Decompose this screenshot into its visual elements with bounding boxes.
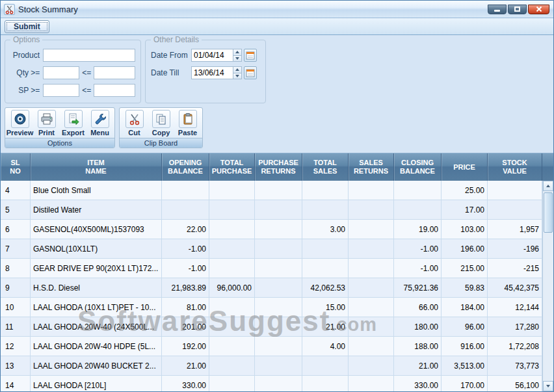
column-header-price[interactable]: PRICE (442, 153, 488, 181)
table-cell: 180.00 (394, 317, 442, 337)
date-from-input[interactable] (192, 49, 233, 61)
submit-button[interactable]: Submit (5, 20, 49, 33)
table-cell: 170.00 (442, 376, 488, 391)
table-cell: 4 (1, 181, 31, 200)
date-from-spinner (233, 49, 241, 61)
minimize-button[interactable] (488, 5, 507, 14)
table-cell (255, 278, 302, 298)
table-cell: -1.00 (394, 259, 442, 278)
spin-down-button[interactable] (233, 73, 241, 79)
table-cell (488, 181, 542, 200)
column-header-total-purchase[interactable]: TOTALPURCHASE (209, 153, 255, 181)
column-header-sl-no[interactable]: SLNO (1, 153, 31, 181)
table-cell: 17,280 (488, 317, 542, 337)
date-till-input[interactable] (192, 67, 233, 79)
table-row[interactable]: 8GEAR DRIVE EP 90(20X1 LT)172...-1.00-1.… (1, 259, 542, 278)
close-button[interactable] (528, 5, 549, 14)
menu-icon (91, 110, 109, 128)
table-cell (209, 181, 255, 200)
spin-down-button[interactable] (233, 55, 241, 62)
table-row[interactable]: 5Distiled Water17.00 (1, 200, 542, 220)
column-header-sales-returns[interactable]: SALESRETURNS (349, 153, 394, 181)
table-row[interactable]: 10LAAL GHODA (10X1 LT)PET - 10...81.0015… (1, 298, 542, 317)
menu-button[interactable]: Menu (87, 110, 112, 137)
table-cell: 21.00 (162, 356, 209, 376)
table-row[interactable]: 7GASNOL(10X1LT)-1.00-1.00196.00-196 (1, 239, 542, 259)
sp-max-input[interactable] (94, 84, 135, 97)
column-header-item-name[interactable]: ITEMNAME (31, 153, 162, 181)
minimize-icon (494, 10, 500, 12)
vertical-scrollbar[interactable] (542, 181, 553, 391)
options-group-title: Options (10, 35, 42, 44)
toolbar: PreviewPrintExportMenuOptionsCutCopyPast… (5, 107, 203, 148)
table-cell (255, 181, 302, 200)
table-cell (209, 337, 255, 356)
table-cell: Distiled Water (31, 200, 162, 220)
paste-button[interactable]: Paste (175, 110, 200, 137)
preview-button[interactable]: Preview (7, 110, 33, 137)
spin-up-button[interactable] (233, 67, 241, 73)
table-cell: Blue Cloth Small (31, 181, 162, 200)
table-cell (349, 356, 394, 376)
maximize-button[interactable] (508, 5, 527, 14)
scroll-up-button[interactable] (543, 181, 553, 191)
table-cell: 13 (1, 356, 31, 376)
qty-max-input[interactable] (94, 66, 135, 79)
table-cell (349, 317, 394, 337)
column-header-stock-value[interactable]: STOCKVALUE (488, 153, 542, 181)
date-from-field[interactable] (191, 49, 242, 62)
table-cell: 14 (1, 376, 31, 391)
column-header-closing-balance[interactable]: CLOSINGBALANCE (394, 153, 442, 181)
column-header-purchase-returns[interactable]: PURCHASERETURNS (255, 153, 302, 181)
toolbar-button-label: Print (38, 129, 55, 137)
qty-min-input[interactable] (43, 66, 79, 79)
date-till-field[interactable] (191, 66, 242, 79)
sp-min-input[interactable] (43, 84, 79, 97)
column-header-opening-balance[interactable]: OPENINGBALANCE (162, 153, 209, 181)
column-header-total-sales[interactable]: TOTALSALES (302, 153, 349, 181)
table-cell: 184.00 (442, 298, 488, 317)
table-row[interactable]: 11LAAL GHODA 20W-40 (24X500L...201.0021.… (1, 317, 542, 337)
table-cell: 10 (1, 298, 31, 317)
submit-bar: Submit (1, 18, 553, 35)
paste-icon (179, 110, 197, 128)
cut-button[interactable]: Cut (122, 110, 147, 137)
scroll-up-icon (546, 185, 550, 187)
export-button[interactable]: Export (60, 110, 86, 137)
table-cell (302, 239, 349, 259)
toolbar-group-caption: Options (5, 138, 114, 148)
product-input[interactable] (43, 49, 135, 62)
print-button[interactable]: Print (34, 110, 59, 137)
table-row[interactable]: 9H.S.D. Diesel21,983.8996,000.0042,062.5… (1, 278, 542, 298)
table-cell (349, 337, 394, 356)
date-from-calendar-button[interactable] (244, 49, 257, 62)
table-row[interactable]: 12LAAL GHODA 20W-40 HDPE (5L...192.004.0… (1, 337, 542, 356)
table-cell (255, 200, 302, 220)
table-cell (255, 259, 302, 278)
table-cell: -1.00 (394, 239, 442, 259)
table-row[interactable]: 13LAAL GHODA 20W40 BUCKET 2...21.0021.00… (1, 356, 542, 376)
table-cell (302, 356, 349, 376)
table-cell: 73,773 (488, 356, 542, 376)
table-row[interactable]: 6GASENOL(40X500ML)153709322.003.0019.001… (1, 220, 542, 239)
table-cell: 21,983.89 (162, 278, 209, 298)
table-cell: -196 (488, 239, 542, 259)
table-row[interactable]: 4Blue Cloth Small25.00 (1, 181, 542, 200)
qty-label: Qty >= (10, 68, 40, 77)
table-cell: 5 (1, 200, 31, 220)
table-cell: 201.00 (162, 317, 209, 337)
table-cell: 15.00 (302, 298, 349, 317)
date-till-calendar-button[interactable] (244, 66, 257, 79)
table-cell (302, 181, 349, 200)
scroll-down-button[interactable] (543, 381, 553, 391)
table-row[interactable]: 14LAAL GHODA [210L]330.00330.00170.0056,… (1, 376, 542, 391)
copy-button[interactable]: Copy (148, 110, 174, 137)
app-icon[interactable] (4, 4, 15, 15)
table-cell (302, 259, 349, 278)
spin-up-button[interactable] (233, 49, 241, 55)
table-cell: 103.00 (442, 220, 488, 239)
table-cell (162, 181, 209, 200)
stock-summary-grid: SLNOITEMNAMEOPENINGBALANCETOTALPURCHASEP… (1, 153, 553, 391)
table-cell (488, 200, 542, 220)
scrollbar-thumb[interactable] (544, 192, 553, 233)
